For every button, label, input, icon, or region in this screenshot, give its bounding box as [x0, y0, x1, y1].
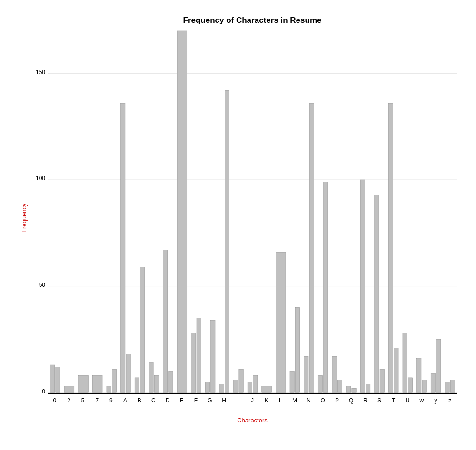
- bar-0-0: [50, 365, 54, 392]
- x-label-J: J: [251, 397, 254, 404]
- bar-A-0: [121, 103, 125, 392]
- bar-J-0: [248, 382, 252, 392]
- bar-0-1: [56, 367, 60, 393]
- x-label-w: w: [419, 397, 424, 404]
- x-label-B: B: [138, 397, 141, 404]
- y-tick-50: 50: [39, 282, 45, 288]
- x-label-L: L: [279, 397, 282, 404]
- bar-K-0: [262, 386, 272, 392]
- x-axis-container: 02579ABCDEFGHIJKLMNOPQRSTUwyz Characters: [48, 394, 457, 424]
- bar-C-1: [154, 375, 159, 392]
- bar-M-0: [290, 372, 294, 393]
- bar-5-0: [79, 375, 89, 392]
- bar-9-0: [107, 386, 111, 392]
- x-label-5: 5: [81, 397, 85, 404]
- x-label-P: P: [335, 397, 339, 404]
- x-axis-label: Characters: [237, 417, 268, 424]
- bar-y-0: [431, 373, 435, 392]
- bar-2-0: [64, 386, 74, 392]
- bar-I-0: [234, 380, 238, 392]
- bar-U-1: [408, 378, 412, 392]
- bar-C-0: [149, 363, 153, 393]
- x-label-K: K: [265, 397, 268, 404]
- bar-M-1: [295, 307, 299, 392]
- x-label-A: A: [123, 397, 127, 404]
- x-label-T: T: [392, 397, 396, 404]
- x-label-G: G: [208, 397, 212, 404]
- bar-H-0: [219, 384, 224, 392]
- bars-chart: [48, 30, 457, 393]
- bar-B-0: [135, 378, 139, 392]
- x-labels: 02579ABCDEFGHIJKLMNOPQRSTUwyz: [48, 394, 457, 413]
- x-label-F: F: [194, 397, 198, 404]
- x-label-D: D: [166, 397, 170, 404]
- y-tick-100: 100: [36, 175, 45, 182]
- bar-Q-0: [346, 386, 350, 392]
- bar-y-1: [436, 339, 441, 392]
- bar-O-1: [324, 182, 328, 393]
- bar-R-1: [366, 384, 370, 392]
- bar-P-0: [332, 356, 337, 392]
- x-label-M: M: [292, 397, 297, 404]
- x-label-z: z: [448, 397, 451, 404]
- bar-T-1: [394, 348, 398, 392]
- bar-9-1: [112, 369, 116, 392]
- bar-Q-1: [352, 388, 356, 392]
- x-label-O: O: [321, 397, 325, 404]
- bar-J-1: [253, 375, 257, 392]
- x-label-S: S: [377, 397, 381, 404]
- y-tick-0: 0: [42, 388, 45, 395]
- bar-L-0: [276, 252, 286, 392]
- bar-F-0: [191, 333, 196, 392]
- bar-E-0: [177, 31, 187, 392]
- bar-I-1: [239, 369, 243, 392]
- bar-F-1: [197, 318, 201, 393]
- bar-z-0: [445, 382, 449, 392]
- x-label-2: 2: [67, 397, 70, 404]
- x-label-0: 0: [53, 397, 56, 404]
- x-label-Q: Q: [349, 397, 353, 404]
- x-label-I: I: [238, 397, 239, 404]
- x-label-E: E: [180, 397, 184, 404]
- bar-N-1: [309, 103, 314, 392]
- x-label-R: R: [363, 397, 367, 404]
- bar-N-0: [304, 356, 308, 392]
- y-ticks: 050100150: [29, 30, 48, 392]
- x-label-C: C: [151, 397, 156, 404]
- bar-z-1: [450, 380, 455, 392]
- x-label-9: 9: [109, 397, 113, 404]
- y-tick-150: 150: [36, 69, 45, 76]
- bar-w-1: [422, 380, 426, 392]
- x-label-y: y: [435, 397, 437, 404]
- bar-B-1: [140, 267, 145, 392]
- bars-area: [48, 30, 457, 394]
- x-label-H: H: [222, 397, 226, 404]
- x-label-N: N: [307, 397, 311, 404]
- bar-G-1: [211, 320, 215, 392]
- bar-D-1: [169, 372, 173, 393]
- bar-7-0: [92, 375, 102, 392]
- bar-D-0: [163, 250, 167, 393]
- bar-S-1: [380, 369, 384, 392]
- chart-title: Frequency of Characters in Resume: [48, 16, 457, 25]
- bar-A-1: [126, 354, 130, 392]
- bar-U-0: [403, 333, 407, 392]
- chart-container: Frequency of Characters in Resume Freque…: [19, 16, 457, 434]
- bar-O-0: [318, 375, 322, 392]
- bar-w-0: [417, 359, 421, 393]
- bar-H-1: [225, 90, 229, 392]
- bar-T-0: [388, 103, 393, 392]
- bar-P-1: [337, 380, 342, 392]
- bar-R-0: [360, 180, 365, 392]
- bar-G-0: [205, 382, 209, 392]
- x-label-U: U: [406, 397, 410, 404]
- bar-S-0: [375, 195, 379, 392]
- y-axis-label: Frequency: [19, 16, 29, 420]
- x-label-7: 7: [95, 397, 99, 404]
